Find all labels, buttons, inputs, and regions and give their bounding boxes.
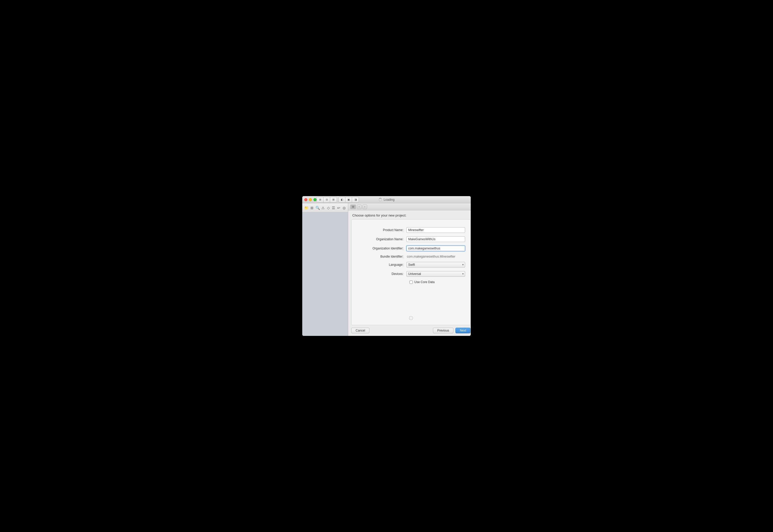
language-select[interactable]: Swift Objective-C (406, 262, 465, 268)
product-name-row: Product Name: (357, 227, 465, 233)
search-icon[interactable]: 🔍 (316, 205, 320, 210)
svg-line-7 (409, 319, 410, 320)
button-bar: Cancel Previous Next (348, 325, 471, 336)
devices-label: Devices: (357, 272, 406, 276)
window-title: Loading (384, 198, 395, 201)
devices-row: Devices: Universal iPhone iPad ▼ (357, 271, 465, 277)
minimize-button[interactable] (309, 198, 312, 201)
dialog-area: Choose options for your new project: Pro… (348, 210, 471, 336)
loading-spinner-icon (379, 198, 382, 201)
nav-buttons: Previous Next (433, 328, 470, 333)
svg-line-6 (412, 316, 412, 317)
arrow-icon[interactable]: ↩ (337, 205, 341, 210)
title-bar: Loading ⊞ ⊟ ⊠ ◧ ▣ ◨ (302, 196, 471, 203)
list-icon[interactable]: ☰ (332, 205, 336, 210)
svg-line-4 (409, 316, 410, 317)
main-layout: 📁 ⊞ 🔍 ⚠ ◇ ☰ ↩ ◎ ⊞ ‹ › Choose options for… (302, 203, 471, 336)
cancel-button[interactable]: Cancel (351, 328, 369, 333)
close-button[interactable] (304, 198, 307, 201)
center-content: ⊞ ‹ › Choose options for your new projec… (348, 203, 471, 336)
core-data-checkbox[interactable] (409, 281, 413, 284)
core-data-row: Use Core Data (409, 280, 465, 284)
language-select-wrapper: Swift Objective-C ▼ (406, 262, 465, 268)
org-name-row: Organization Name: (357, 236, 465, 242)
panel-group: ◧ ▣ ◨ (339, 197, 359, 202)
warning-icon[interactable]: ⚠ (321, 205, 325, 210)
spinner-icon (408, 315, 414, 321)
nav-grid-icon[interactable]: ⊞ (350, 205, 356, 209)
traffic-lights (304, 198, 317, 201)
language-row: Language: Swift Objective-C ▼ (357, 262, 465, 268)
org-name-label: Organization Name: (357, 237, 406, 241)
bundle-id-value: com.makegameswithus.Mineswifter (406, 255, 465, 258)
org-id-input[interactable] (406, 246, 465, 251)
org-id-label: Organization Identifier: (357, 247, 406, 250)
outline-view-icon[interactable]: ⊠ (330, 197, 337, 202)
devices-select[interactable]: Universal iPhone iPad (406, 271, 465, 277)
right-panel-icon[interactable]: ◨ (352, 197, 359, 202)
center-loading-spinner (408, 315, 414, 321)
diamond-icon[interactable]: ◇ (327, 205, 330, 210)
language-label: Language: (357, 263, 406, 267)
grid-icon[interactable]: ⊞ (310, 205, 314, 210)
nav-bar: ⊞ ‹ › (348, 203, 471, 210)
svg-line-5 (412, 319, 412, 320)
main-window: Loading ⊞ ⊟ ⊠ ◧ ▣ ◨ 📁 ⊞ 🔍 ⚠ ◇ (302, 196, 471, 336)
toolbar: 📁 ⊞ 🔍 ⚠ ◇ ☰ ↩ ◎ (302, 203, 348, 212)
title-bar-controls: ⊞ ⊟ ⊠ ◧ ▣ ◨ (317, 197, 359, 202)
org-name-input[interactable] (406, 236, 465, 242)
bundle-id-row: Bundle Identifier: com.makegameswithus.M… (357, 255, 465, 258)
maximize-button[interactable] (314, 198, 317, 201)
folder-icon[interactable]: 📁 (304, 205, 309, 210)
bundle-id-label: Bundle Identifier: (357, 255, 406, 258)
list-view-icon[interactable]: ⊞ (317, 197, 323, 202)
center-panel-icon[interactable]: ▣ (345, 197, 352, 202)
previous-button[interactable]: Previous (433, 328, 454, 333)
column-view-icon[interactable]: ⊟ (323, 197, 330, 202)
nav-back-button[interactable]: ‹ (357, 205, 362, 209)
dialog-panel: Product Name: Organization Name: Organiz… (351, 219, 470, 325)
product-name-label: Product Name: (357, 228, 406, 232)
devices-select-wrapper: Universal iPhone iPad ▼ (406, 271, 465, 277)
product-name-input[interactable] (406, 227, 465, 233)
core-data-label: Use Core Data (414, 280, 434, 284)
target-icon[interactable]: ◎ (342, 205, 346, 210)
org-id-row: Organization Identifier: (357, 246, 465, 251)
next-button[interactable]: Next (455, 328, 470, 333)
left-sidebar: 📁 ⊞ 🔍 ⚠ ◇ ☰ ↩ ◎ (302, 203, 348, 336)
title-bar-center: Loading (379, 198, 395, 201)
view-mode-group: ⊞ ⊟ ⊠ (317, 197, 337, 202)
dialog-header: Choose options for your new project: (348, 210, 471, 219)
nav-forward-button[interactable]: › (363, 205, 367, 209)
left-panel-icon[interactable]: ◧ (339, 197, 345, 202)
